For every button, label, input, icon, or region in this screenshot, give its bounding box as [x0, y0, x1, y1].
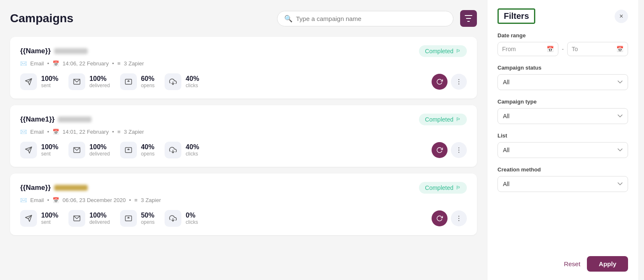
campaign-name: {{Name}} — [20, 47, 88, 55]
from-date-input[interactable]: From 📅 — [497, 42, 558, 56]
svg-point-4 — [458, 79, 459, 80]
campaign-status-select[interactable]: All Completed Draft Scheduled — [497, 74, 628, 90]
delivered-icon — [73, 146, 81, 154]
delivered-label: delivered — [89, 83, 110, 88]
creation-method-select[interactable]: All — [497, 176, 628, 192]
campaign-date: 06:06, 23 December 2020 — [63, 197, 126, 203]
refresh-button[interactable] — [432, 210, 448, 226]
list-label: List — [497, 132, 628, 139]
calendar-meta-icon: 📅 — [52, 60, 59, 67]
campaign-type-select[interactable]: All Email SMS — [497, 108, 628, 124]
status-text: Completed — [425, 48, 453, 54]
delivered-icon — [73, 78, 81, 86]
filter-icon — [465, 15, 472, 22]
delivered-label: delivered — [89, 219, 110, 225]
stat-sent: 100% sent — [20, 73, 58, 90]
campaign-name-blur — [58, 117, 92, 122]
list-icon: ≡ — [134, 197, 138, 203]
page-title: Campaigns — [10, 12, 270, 25]
sent-value: 100% — [41, 143, 58, 151]
sent-icon — [25, 215, 32, 222]
stat-clicks: 0% clicks — [165, 210, 198, 227]
card-header: {{Name}} Completed 🏳 — [20, 182, 467, 194]
more-button[interactable] — [451, 210, 467, 226]
campaign-status-section: Campaign status All Completed Draft Sche… — [497, 65, 628, 90]
sent-icon-wrap — [20, 210, 37, 227]
stat-delivered-text: 100% delivered — [89, 75, 110, 88]
stat-opens: 50% opens — [120, 210, 155, 227]
campaigns-list: {{Name}} Completed 🏳 ✉️ Email 📅 14:06, 2… — [10, 37, 477, 235]
zapier-count: 3 Zapier — [124, 129, 144, 135]
campaign-card: {{Name1}} Completed 🏳 ✉️ Email 📅 14:01, … — [10, 105, 477, 167]
campaign-meta: ✉️ Email 📅 06:06, 23 December 2020 ≡ 3 Z… — [20, 197, 467, 203]
refresh-icon — [436, 147, 443, 153]
dot2 — [112, 129, 114, 135]
clicks-label: clicks — [186, 219, 198, 225]
sent-label: sent — [41, 219, 58, 225]
sent-icon — [25, 78, 32, 86]
card-actions — [432, 142, 467, 158]
filters-header: Filters × — [497, 8, 628, 24]
status-badge: Completed 🏳 — [419, 45, 467, 57]
to-placeholder: To — [572, 46, 578, 52]
reset-button[interactable]: Reset — [564, 260, 580, 267]
date-range-row: From 📅 - To 📅 — [497, 42, 628, 56]
clicks-icon-wrap — [165, 73, 181, 90]
clicks-label: clicks — [186, 151, 199, 157]
opens-label: opens — [141, 83, 155, 88]
status-text: Completed — [425, 116, 453, 123]
email-icon: ✉️ — [20, 60, 27, 67]
opens-icon-wrap — [120, 142, 137, 158]
calendar-icon: 📅 — [547, 46, 554, 52]
refresh-button[interactable] — [432, 74, 448, 90]
search-bar: 🔍 — [277, 11, 453, 26]
stat-clicks: 40% clicks — [165, 73, 199, 90]
svg-point-5 — [458, 81, 459, 82]
sent-label: sent — [41, 151, 58, 157]
stat-clicks-text: 40% clicks — [186, 75, 199, 88]
opens-value: 50% — [141, 212, 155, 219]
apply-button[interactable]: Apply — [587, 256, 628, 272]
stat-opens-text: 40% opens — [141, 143, 155, 157]
campaign-date: 14:06, 22 February — [63, 60, 109, 67]
calendar-icon-to: 📅 — [616, 46, 623, 52]
more-icon — [455, 146, 463, 154]
refresh-button[interactable] — [432, 142, 448, 158]
campaign-name-blur — [54, 185, 88, 191]
stat-sent: 100% sent — [20, 210, 58, 227]
stat-delivered-text: 100% delivered — [89, 212, 110, 225]
refresh-icon — [436, 78, 443, 85]
status-badge: Completed 🏳 — [419, 114, 467, 125]
stat-delivered-text: 100% delivered — [89, 143, 110, 157]
card-stats: 100% sent 100% delivered 60% — [20, 73, 467, 90]
opens-value: 40% — [141, 143, 155, 151]
svg-point-12 — [458, 150, 459, 150]
delivered-icon-wrap — [68, 73, 85, 90]
clicks-value: 40% — [186, 75, 199, 83]
creation-method-section: Creation method All — [497, 166, 628, 192]
search-icon: 🔍 — [284, 15, 293, 23]
opens-label: opens — [141, 151, 155, 157]
status-text: Completed — [425, 184, 453, 191]
delivered-icon-wrap — [68, 142, 85, 158]
opens-icon — [125, 146, 132, 154]
dot1 — [47, 197, 50, 203]
flag-icon: 🏳 — [456, 48, 461, 54]
dot1 — [47, 60, 50, 67]
list-select[interactable]: All — [497, 142, 628, 158]
to-date-input[interactable]: To 📅 — [567, 42, 628, 56]
filters-title: Filters — [497, 8, 535, 24]
stat-sent-text: 100% sent — [41, 143, 58, 157]
stat-clicks-text: 0% clicks — [186, 212, 198, 225]
delivered-label: delivered — [89, 151, 110, 157]
clicks-icon — [169, 146, 177, 154]
opens-icon-wrap — [120, 73, 137, 90]
filter-button[interactable] — [460, 10, 477, 27]
delivered-icon — [73, 215, 81, 222]
close-button[interactable]: × — [615, 10, 628, 23]
search-input[interactable] — [296, 15, 446, 22]
opens-icon — [125, 78, 132, 86]
sent-icon — [25, 146, 32, 154]
more-button[interactable] — [451, 142, 467, 158]
more-button[interactable] — [451, 74, 467, 90]
